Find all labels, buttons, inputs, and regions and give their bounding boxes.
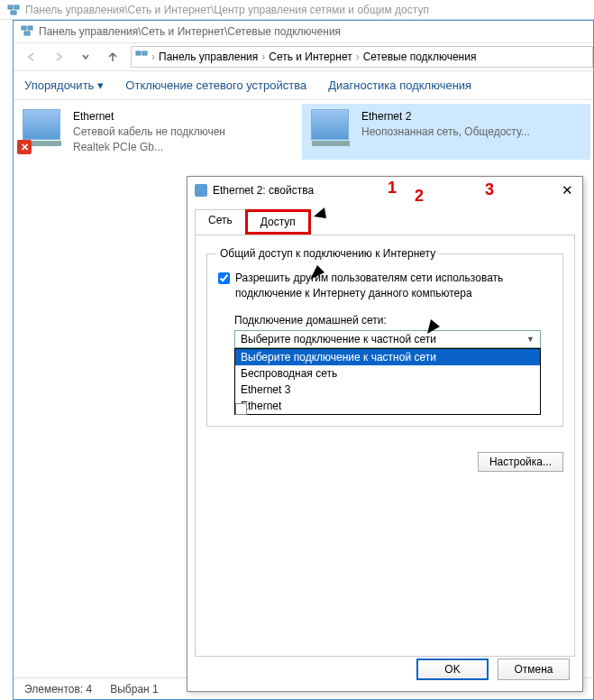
chevron-down-icon: ▼ xyxy=(526,335,535,344)
breadcrumb-part[interactable]: Сеть и Интернет xyxy=(269,51,352,63)
settings-button[interactable]: Настройка... xyxy=(478,452,563,472)
address-field[interactable]: › Панель управления › Сеть и Интернет › … xyxy=(131,46,593,68)
address-bar: › Панель управления › Сеть и Интернет › … xyxy=(14,42,593,71)
chevron-right-icon: › xyxy=(151,51,155,63)
connection-status: Сетевой кабель не подключен xyxy=(73,124,225,140)
combo-dropdown: Выберите подключение к частной сети Бесп… xyxy=(234,348,541,415)
svg-rect-6 xyxy=(136,51,141,55)
network-icon xyxy=(21,24,33,40)
annotation-2: 2 xyxy=(415,187,424,206)
dialog-title-bar[interactable]: Ethernet 2: свойства ✕ xyxy=(187,177,582,204)
tab-panel: Общий доступ к подключению к Интернету Р… xyxy=(195,235,575,657)
connection-icon xyxy=(311,109,354,149)
back-button[interactable] xyxy=(19,45,44,69)
ethernet-icon xyxy=(195,184,207,197)
second-checkbox[interactable] xyxy=(235,403,247,415)
dropdown-arrow-icon: ▾ xyxy=(97,78,104,92)
error-overlay-icon: ✕ xyxy=(17,140,32,154)
chevron-right-icon: › xyxy=(356,51,360,63)
explorer-title-text: Панель управления\Сеть и Интернет\Сетевы… xyxy=(39,25,341,38)
connection-name: Ethernet xyxy=(73,109,225,124)
allow-sharing-checkbox[interactable] xyxy=(218,272,230,284)
combo-value: Выберите подключение к частной сети xyxy=(241,333,436,345)
up-button[interactable] xyxy=(100,45,125,69)
toolbar: Упорядочить ▾ Отключение сетевого устрой… xyxy=(14,71,593,100)
sharing-group: Общий доступ к подключению к Интернету Р… xyxy=(206,253,563,427)
svg-rect-2 xyxy=(11,11,16,14)
dialog-title-text: Ethernet 2: свойства xyxy=(213,184,314,197)
connection-name: Ethernet 2 xyxy=(361,109,530,124)
tab-strip: Сеть Доступ xyxy=(187,204,582,235)
properties-dialog: Ethernet 2: свойства ✕ Сеть Доступ Общий… xyxy=(187,176,583,692)
breadcrumb-part[interactable]: Сетевые подключения xyxy=(363,51,477,63)
cancel-button[interactable]: Отмена xyxy=(498,659,570,680)
network-icon xyxy=(7,4,20,16)
breadcrumb-part[interactable]: Панель управления xyxy=(159,51,258,63)
status-selected-count: Выбран 1 xyxy=(110,683,158,695)
group-title: Общий доступ к подключению к Интернету xyxy=(216,247,439,260)
connection-item[interactable]: Ethernet 2 Неопознанная сеть, Общедосту.… xyxy=(302,104,590,160)
connection-status: Неопознанная сеть, Общедосту... xyxy=(361,124,530,140)
dropdown-item[interactable]: Беспроводная сеть xyxy=(235,365,540,382)
dropdown-item[interactable]: Ethernet xyxy=(235,398,540,414)
toolbar-disable-device[interactable]: Отключение сетевого устройства xyxy=(125,78,306,92)
connection-item[interactable]: ✕ Ethernet Сетевой кабель не подключен R… xyxy=(14,104,302,160)
connections-list: ✕ Ethernet Сетевой кабель не подключен R… xyxy=(14,100,593,163)
svg-rect-5 xyxy=(24,32,30,35)
annotation-3: 3 xyxy=(485,180,494,199)
toolbar-arrange[interactable]: Упорядочить ▾ xyxy=(24,78,104,92)
network-icon xyxy=(135,50,148,65)
bg-title-text: Панель управления\Сеть и Интернет\Центр … xyxy=(25,4,429,16)
connection-icon: ✕ xyxy=(23,109,66,149)
svg-rect-4 xyxy=(28,26,32,30)
chevron-right-icon: › xyxy=(261,51,265,63)
close-button[interactable]: ✕ xyxy=(557,180,577,200)
forward-button[interactable] xyxy=(46,45,71,69)
dropdown-item[interactable]: Выберите подключение к частной сети xyxy=(235,349,540,365)
tab-network[interactable]: Сеть xyxy=(195,209,246,235)
recent-button[interactable] xyxy=(73,45,98,69)
allow-sharing-label: Разрешить другим пользователям сети испо… xyxy=(235,271,552,301)
home-connection-label: Подключение домашней сети: xyxy=(234,314,552,327)
svg-rect-1 xyxy=(14,5,19,9)
home-connection-combo[interactable]: Выберите подключение к частной сети ▼ xyxy=(234,330,541,348)
tab-sharing[interactable]: Доступ xyxy=(245,209,311,235)
toolbar-diagnostics[interactable]: Диагностика подключения xyxy=(328,78,471,92)
explorer-title-bar: Панель управления\Сеть и Интернет\Сетевы… xyxy=(14,21,593,42)
dropdown-item[interactable]: Ethernet 3 xyxy=(235,382,540,398)
connection-device: Realtek PCIe Gb... xyxy=(73,140,225,155)
svg-rect-3 xyxy=(22,26,26,30)
ok-button[interactable]: OK xyxy=(416,659,489,680)
status-items-count: Элементов: 4 xyxy=(24,683,92,695)
svg-rect-7 xyxy=(142,51,147,55)
svg-rect-0 xyxy=(8,5,13,9)
background-window-title: Панель управления\Сеть и Интернет\Центр … xyxy=(0,0,594,20)
annotation-1: 1 xyxy=(388,179,397,198)
